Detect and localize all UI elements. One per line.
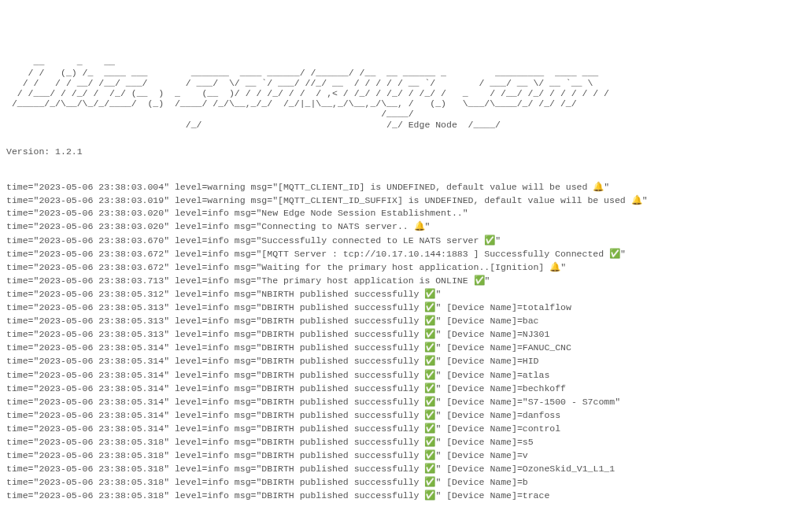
log-line: time="2023-05-06 23:38:05.312" level=inf…	[6, 287, 800, 301]
bell-icon: 🔔	[593, 181, 604, 192]
bell-icon: 🔔	[549, 261, 560, 272]
log-line: time="2023-05-06 23:38:03.020" level=inf…	[6, 207, 800, 220]
log-suffix: "	[435, 289, 441, 299]
log-prefix: time="2023-05-06 23:38:05.318" level=inf…	[6, 450, 424, 460]
log-prefix: time="2023-05-06 23:38:05.314" level=inf…	[6, 410, 424, 420]
log-container: time="2023-05-06 23:38:03.004" level=war…	[6, 180, 800, 502]
log-prefix: time="2023-05-06 23:38:03.004" level=war…	[6, 182, 593, 192]
log-prefix: time="2023-05-06 23:38:05.318" level=inf…	[6, 490, 424, 501]
log-prefix: time="2023-05-06 23:38:05.313" level=inf…	[6, 316, 424, 326]
log-line: time="2023-05-06 23:38:05.314" level=inf…	[6, 368, 800, 382]
check-icon: ✅	[609, 248, 620, 259]
log-prefix: time="2023-05-06 23:38:05.318" level=inf…	[6, 477, 424, 487]
log-line: time="2023-05-06 23:38:05.318" level=inf…	[6, 462, 800, 475]
log-prefix: time="2023-05-06 23:38:03.713" level=inf…	[6, 275, 474, 286]
log-prefix: time="2023-05-06 23:38:05.318" level=inf…	[6, 464, 424, 474]
log-line: time="2023-05-06 23:38:05.314" level=inf…	[6, 422, 800, 435]
log-line: time="2023-05-06 23:38:05.314" level=inf…	[6, 382, 800, 395]
log-line: time="2023-05-06 23:38:05.318" level=inf…	[6, 489, 800, 502]
log-prefix: time="2023-05-06 23:38:05.313" level=inf…	[6, 329, 424, 339]
ascii-banner: __ _ __ / / (_) /_ ____ ___ _______ ____…	[6, 57, 800, 130]
log-prefix: time="2023-05-06 23:38:03.020" level=inf…	[6, 208, 463, 218]
log-line: time="2023-05-06 23:38:05.314" level=inf…	[6, 341, 800, 354]
log-suffix: " [Device Name]=danfoss	[435, 410, 560, 420]
log-suffix: " [Device Name]=totalflow	[435, 302, 571, 312]
log-suffix: " [Device Name]=bechkoff	[435, 383, 566, 393]
check-icon: ✅	[424, 342, 435, 353]
log-line: time="2023-05-06 23:38:03.672" level=inf…	[6, 247, 800, 260]
log-suffix: " [Device Name]=b	[435, 477, 527, 487]
check-icon: ✅	[424, 490, 435, 501]
check-icon: ✅	[424, 315, 435, 326]
log-suffix: " [Device Name]=HID	[435, 356, 538, 366]
check-icon: ✅	[484, 235, 495, 246]
log-suffix: "	[495, 235, 501, 246]
log-prefix: time="2023-05-06 23:38:05.313" level=inf…	[6, 302, 424, 312]
log-prefix: time="2023-05-06 23:38:03.670" level=inf…	[6, 235, 484, 246]
check-icon: ✅	[424, 301, 435, 312]
log-prefix: time="2023-05-06 23:38:05.312" level=inf…	[6, 289, 424, 299]
log-prefix: time="2023-05-06 23:38:03.672" level=inf…	[6, 262, 549, 272]
log-suffix: " [Device Name]=v	[435, 450, 527, 460]
check-icon: ✅	[424, 409, 435, 420]
log-prefix: time="2023-05-06 23:38:05.314" level=inf…	[6, 342, 424, 353]
log-line: time="2023-05-06 23:38:05.314" level=inf…	[6, 354, 800, 368]
log-prefix: time="2023-05-06 23:38:05.318" level=inf…	[6, 437, 424, 447]
log-line: time="2023-05-06 23:38:05.313" level=inf…	[6, 314, 800, 327]
check-icon: ✅	[424, 423, 435, 434]
check-icon: ✅	[424, 396, 435, 407]
check-icon: ✅	[424, 436, 435, 447]
log-suffix: " [Device Name]=atlas	[435, 370, 549, 380]
check-icon: ✅	[424, 328, 435, 339]
log-line: time="2023-05-06 23:38:03.670" level=inf…	[6, 234, 800, 247]
log-line: time="2023-05-06 23:38:03.004" level=war…	[6, 180, 800, 194]
version-label: Version: 1.2.1	[6, 146, 800, 158]
bell-icon: 🔔	[631, 194, 642, 205]
log-line: time="2023-05-06 23:38:05.318" level=inf…	[6, 435, 800, 449]
log-suffix: "	[560, 262, 566, 272]
check-icon: ✅	[424, 463, 435, 474]
check-icon: ✅	[424, 382, 435, 393]
log-line: time="2023-05-06 23:38:03.019" level=war…	[6, 194, 800, 207]
log-suffix: " [Device Name]=FANUC_CNC	[435, 342, 571, 353]
log-line: time="2023-05-06 23:38:05.314" level=inf…	[6, 395, 800, 408]
check-icon: ✅	[424, 355, 435, 366]
log-line: time="2023-05-06 23:38:05.313" level=inf…	[6, 327, 800, 341]
log-suffix: " [Device Name]=bac	[435, 316, 538, 326]
log-prefix: time="2023-05-06 23:38:03.672" level=inf…	[6, 249, 609, 259]
log-line: time="2023-05-06 23:38:05.313" level=inf…	[6, 301, 800, 314]
log-suffix: "	[425, 221, 431, 231]
log-suffix: "	[463, 208, 468, 218]
log-line: time="2023-05-06 23:38:05.318" level=inf…	[6, 475, 800, 489]
log-suffix: " [Device Name]=OzoneSkid_V1_L1_1	[435, 464, 615, 474]
log-suffix: " [Device Name]="S7-1500 - S7comm"	[435, 397, 620, 407]
check-icon: ✅	[424, 449, 435, 460]
check-icon: ✅	[424, 369, 435, 380]
log-line: time="2023-05-06 23:38:05.314" level=inf…	[6, 408, 800, 422]
log-suffix: " [Device Name]=control	[435, 423, 560, 434]
log-suffix: " [Device Name]=s5	[435, 437, 533, 447]
log-suffix: " [Device Name]=trace	[435, 490, 549, 501]
log-prefix: time="2023-05-06 23:38:03.020" level=inf…	[6, 221, 414, 231]
log-suffix: " [Device Name]=NJ301	[435, 329, 549, 339]
bell-icon: 🔔	[414, 220, 425, 231]
check-icon: ✅	[424, 476, 435, 487]
log-line: time="2023-05-06 23:38:03.713" level=inf…	[6, 274, 800, 287]
log-prefix: time="2023-05-06 23:38:05.314" level=inf…	[6, 356, 424, 366]
log-prefix: time="2023-05-06 23:38:03.019" level=war…	[6, 195, 631, 205]
log-suffix: "	[485, 275, 490, 286]
log-prefix: time="2023-05-06 23:38:05.314" level=inf…	[6, 397, 424, 407]
log-line: time="2023-05-06 23:38:03.020" level=inf…	[6, 220, 800, 233]
log-prefix: time="2023-05-06 23:38:05.314" level=inf…	[6, 423, 424, 434]
check-icon: ✅	[424, 288, 435, 299]
log-prefix: time="2023-05-06 23:38:05.314" level=inf…	[6, 383, 424, 393]
log-line: time="2023-05-06 23:38:03.672" level=inf…	[6, 260, 800, 274]
log-suffix: "	[620, 249, 626, 259]
log-line: time="2023-05-06 23:38:05.318" level=inf…	[6, 449, 800, 462]
log-prefix: time="2023-05-06 23:38:05.314" level=inf…	[6, 370, 424, 380]
log-suffix: "	[642, 195, 648, 205]
log-suffix: "	[604, 182, 609, 192]
check-icon: ✅	[474, 275, 485, 286]
